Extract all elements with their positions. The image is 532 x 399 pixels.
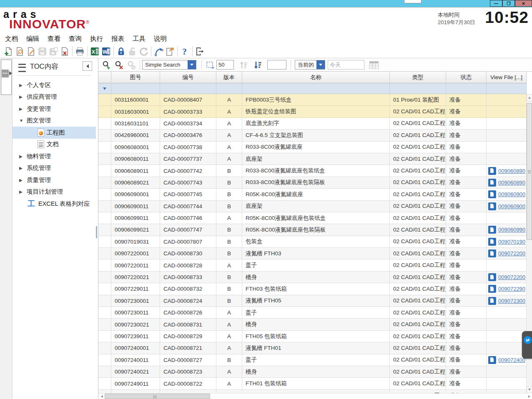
sidebar-item-系统管理[interactable]: ▶系统管理 — [13, 162, 96, 175]
sidebar-item-个人专区[interactable]: ▶个人专区 — [13, 79, 96, 91]
table-row[interactable]: 00906090001CAD-00007745BR05K-8C00液氮罐底座02… — [98, 189, 527, 200]
menu-item-8[interactable]: 说明 — [154, 35, 167, 43]
table-row[interactable]: 00906099021CAD-00007747BR05K-8C00液氮罐底座包装… — [98, 224, 527, 236]
file-icon[interactable] — [488, 297, 496, 305]
view-file-link[interactable]: 009072200 — [498, 250, 525, 257]
file-icon[interactable] — [488, 249, 496, 257]
export-word-icon[interactable]: W — [100, 46, 112, 57]
hamburger-icon[interactable] — [18, 64, 26, 72]
view-file-link[interactable]: 009060990 — [498, 227, 525, 233]
table-row[interactable]: 00906089011CAD-00007742BR033-8C00液氮罐底座包装… — [98, 165, 527, 177]
view-file-link[interactable]: 009072400 — [498, 357, 525, 363]
menu-item-2[interactable]: 编辑 — [26, 35, 39, 43]
table-row[interactable]: 00907249011CAD-00008722AFTH01 包装纸箱02 CAD… — [98, 378, 527, 389]
print-icon[interactable] — [74, 46, 85, 57]
column-header-select[interactable] — [98, 72, 111, 83]
search-mode-select[interactable]: Simple Search — [142, 60, 196, 70]
view-file-link[interactable]: 009060890 — [498, 180, 525, 186]
sidebar-item-图文管理[interactable]: ▼图文管理 — [13, 115, 96, 127]
scroll-down-button[interactable] — [527, 386, 532, 393]
sidebar-item-EXCEL 表格列对应[interactable]: 工EXCEL 表格列对应 — [13, 198, 96, 210]
undo-icon[interactable] — [138, 46, 149, 57]
table-row[interactable]: 00907230011CAD-00008726A盖子02 CAD/01 CAD工… — [98, 307, 527, 319]
filter-cell-1[interactable] — [111, 83, 160, 94]
tree-expand-icon[interactable]: ▶ — [19, 154, 24, 159]
promote-icon[interactable] — [153, 46, 164, 57]
saved-search-icon[interactable] — [125, 60, 138, 70]
dropdown-button[interactable] — [188, 60, 196, 69]
column-header-编号[interactable]: 编号 — [160, 72, 216, 83]
view-file-link[interactable]: 009060900 — [498, 203, 525, 209]
clear-search-icon[interactable] — [113, 60, 125, 70]
file-icon[interactable] — [488, 273, 496, 281]
table-row[interactable]: 00311600001CAD-00008407AFPB0003三号纸盒01 Pr… — [98, 94, 527, 106]
table-row[interactable]: 00906090011CAD-00007744B底座架02 CAD/01 CAD… — [98, 201, 527, 212]
table-row[interactable]: 00906089021CAD-00007743BR033-8C00液氮罐底座包装… — [98, 177, 527, 189]
close-button[interactable]: ✕ — [515, 0, 532, 7]
filter-cell-3[interactable] — [216, 83, 242, 94]
sidebar-item-工程图[interactable]: 工程图 — [13, 127, 96, 139]
view-file-link[interactable]: 009072290 — [498, 286, 525, 292]
sidebar-item-供应商管理[interactable]: ▶供应商管理 — [13, 91, 96, 103]
table-row[interactable]: 00907240021CAD-00008723A槽身02 CAD/01 CAD工… — [98, 366, 527, 378]
scroll-right-button[interactable] — [526, 394, 532, 399]
table-row[interactable]: 00906099011CAD-00007746AR05K-8C00液氮罐底座包装… — [98, 212, 527, 224]
menu-item-4[interactable]: 查询 — [69, 35, 82, 43]
view-file-link[interactable]: 009060890 — [498, 168, 525, 174]
menu-item-7[interactable]: 工具 — [133, 35, 146, 43]
logout-icon[interactable] — [194, 46, 206, 57]
run-search-icon[interactable] — [100, 60, 113, 70]
scroll-up-button[interactable] — [527, 94, 532, 101]
tree-expand-icon[interactable]: ▶ — [19, 83, 24, 87]
filter-cell-2[interactable] — [160, 83, 216, 94]
table-row[interactable]: 00907220021CAD-00008733B槽身02 CAD/01 CAD工… — [98, 272, 527, 283]
date-value-input[interactable] — [328, 60, 364, 70]
menu-item-1[interactable]: 文档 — [5, 35, 18, 43]
jump-to-input[interactable] — [267, 60, 286, 70]
sidebar-item-文档[interactable]: 文档 — [13, 139, 96, 151]
save-icon[interactable] — [37, 46, 48, 57]
filter-cell-0[interactable] — [98, 83, 111, 94]
sidebar-item-变更管理[interactable]: ▶变更管理 — [13, 103, 96, 115]
horizontal-scrollbar[interactable] — [98, 393, 527, 399]
table-row[interactable]: 00907239011CAD-00008729AFTH05 包装纸箱02 CAD… — [98, 331, 527, 342]
filter-cell-7[interactable] — [487, 83, 527, 94]
file-icon[interactable] — [488, 285, 496, 293]
file-icon[interactable] — [488, 238, 496, 246]
minimize-button[interactable]: — — [490, 0, 502, 7]
horizontal-scroll-thumb[interactable] — [105, 394, 210, 399]
table-row[interactable]: 00907230021CAD-00008731A槽身02 CAD/01 CAD工… — [98, 319, 527, 330]
view-file-link[interactable]: 009072200 — [498, 274, 525, 280]
column-header-状态[interactable]: 状态 — [446, 72, 487, 83]
table-row[interactable]: 00907230001CAD-00008724B液氮槽 FTH0502 CAD/… — [98, 295, 527, 307]
column-header-类型[interactable]: 类型 — [390, 72, 446, 83]
filter-cell-5[interactable] — [390, 83, 446, 94]
file-icon[interactable] — [488, 167, 496, 175]
page-size-icon[interactable] — [204, 60, 216, 70]
tree-expand-icon[interactable]: ▶ — [19, 166, 24, 170]
file-icon[interactable] — [488, 179, 496, 187]
table-row[interactable]: 00316030001CAD-00003733A铁瓶盖定位盒组装图02 CAD/… — [98, 106, 527, 117]
splitter-handle-icon[interactable] — [96, 226, 97, 238]
table-row[interactable]: 00426960001CAD-00003476ACF-4-6.5 立支架总装图0… — [98, 130, 527, 141]
new-document-icon[interactable] — [3, 46, 14, 57]
table-row[interactable]: 00907220011CAD-00008728A盖子02 CAD/01 CAD工… — [98, 259, 527, 271]
export-excel-icon[interactable]: X — [89, 46, 100, 57]
help-icon[interactable]: ? — [179, 46, 191, 57]
dropdown-button[interactable] — [316, 60, 325, 69]
table-row[interactable]: 00906080001CAD-00007738AR033-8C00液氮罐底座02… — [98, 142, 527, 153]
table-filter-row[interactable] — [98, 83, 527, 94]
sort-descending-icon[interactable] — [251, 60, 264, 70]
sort-ascending-icon[interactable] — [237, 60, 250, 70]
menu-item-5[interactable]: 执行 — [90, 35, 103, 43]
table-row[interactable]: 00907240001CAD-00008721A液氮槽 FTH0102 CAD/… — [98, 342, 527, 354]
tree-collapse-icon[interactable]: ▼ — [19, 118, 24, 123]
tree-expand-icon[interactable]: ▶ — [19, 178, 24, 182]
save-as-icon[interactable] — [48, 46, 59, 57]
sidebar-item-项目计划管理[interactable]: ▶项目计划管理 — [13, 186, 96, 198]
file-icon[interactable] — [488, 356, 496, 364]
file-icon[interactable] — [488, 190, 496, 198]
copy-icon[interactable] — [164, 46, 176, 57]
panel-handle[interactable]: ••• — [2, 70, 9, 77]
sidebar-item-物料管理[interactable]: ▶物料管理 — [13, 150, 96, 162]
